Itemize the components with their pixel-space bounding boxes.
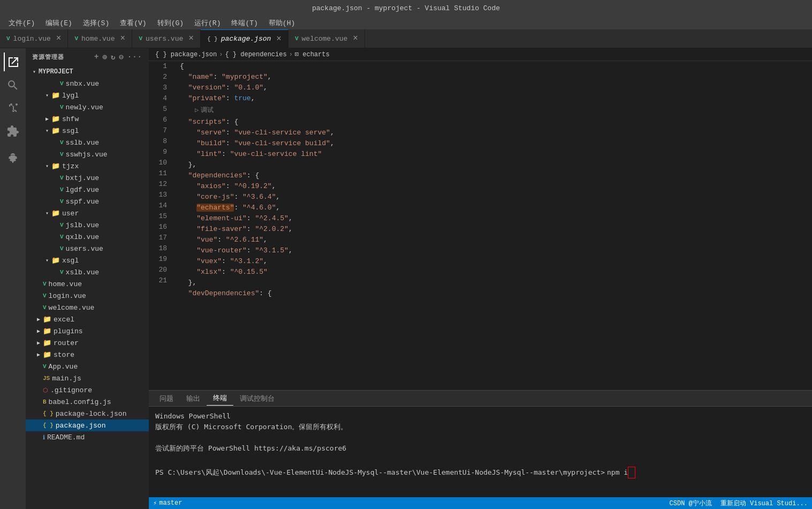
more-icon[interactable]: ···	[127, 53, 142, 62]
breadcrumb-item-2[interactable]: { } dependencies	[225, 51, 286, 58]
tree-item[interactable]: ▶📁excel	[26, 313, 149, 325]
terminal-tab-terminal[interactable]: 终端	[207, 391, 233, 406]
menu-file[interactable]: 文件(F)	[4, 17, 39, 29]
tree-item[interactable]: Vlgdf.vue	[26, 184, 149, 196]
tree-item[interactable]: ▾📁lygl	[26, 89, 149, 101]
tree-item[interactable]: VApp.vue	[26, 361, 149, 372]
menu-edit[interactable]: 编辑(E)	[41, 17, 76, 29]
terminal-tab-output[interactable]: 输出	[180, 392, 207, 406]
tab-login[interactable]: V login.vue ×	[0, 29, 68, 48]
new-file-icon[interactable]: +	[94, 53, 99, 62]
tree-item[interactable]: Vhome.vue	[26, 278, 149, 290]
breadcrumb-item-1[interactable]: { } package.json	[155, 51, 217, 58]
vue-icon: V	[6, 35, 10, 42]
tree-item[interactable]: Vqxlb.vue	[26, 231, 149, 243]
menu-run[interactable]: 运行(R)	[190, 17, 225, 29]
tab-close-icon[interactable]: ×	[56, 34, 62, 43]
terminal-path: PS C:\Users\风起\Downloads\-Vue-ElementUi-…	[155, 467, 605, 478]
code-editor[interactable]: 123456789101112131415161718192021 { "nam…	[149, 61, 812, 390]
tree-item[interactable]: Vwelcome.vue	[26, 302, 149, 313]
code-line: "scripts": {	[180, 117, 808, 128]
breadcrumb-sep2: ›	[289, 51, 293, 58]
tree-item[interactable]: ▾📁xsgl	[26, 254, 149, 266]
menu-bar: 文件(F) 编辑(E) 选择(S) 查看(V) 转到(G) 运行(R) 终端(T…	[0, 16, 812, 29]
explorer-icon[interactable]	[4, 53, 22, 71]
tree-item[interactable]: Vsslb.vue	[26, 137, 149, 148]
terminal-content[interactable]: Windows PowerShell 版权所有 (C) Microsoft Co…	[149, 407, 812, 497]
tree-item[interactable]: Vsnbx.vue	[26, 78, 149, 89]
refresh-icon[interactable]: ↻	[111, 53, 116, 62]
tab-welcome[interactable]: V welcome.vue ×	[289, 29, 365, 48]
folder-icon: 📁	[43, 315, 51, 324]
status-branch[interactable]: ⚡ master	[153, 499, 182, 507]
tree-item[interactable]: Vjslb.vue	[26, 219, 149, 231]
tree-item[interactable]: { }package.json	[26, 420, 149, 431]
tree-label: plugins	[54, 327, 83, 335]
debug-collapse[interactable]: ▷ 调试	[195, 104, 808, 117]
line-number: 13	[153, 190, 167, 200]
tab-users[interactable]: V users.vue ×	[132, 29, 200, 48]
breadcrumb-sep: ›	[219, 51, 223, 58]
breadcrumb-item-3[interactable]: ⊡ echarts	[295, 50, 330, 58]
branch-name: master	[159, 499, 182, 507]
tree-item[interactable]: ▶📁plugins	[26, 325, 149, 337]
tab-close-icon[interactable]: ×	[276, 35, 282, 43]
tree-item[interactable]: ▶📁store	[26, 349, 149, 361]
folder-icon: 📁	[51, 256, 60, 265]
search-icon[interactable]	[4, 76, 22, 94]
tab-package[interactable]: { } package.json ×	[201, 29, 289, 48]
terminal-line-4: 尝试新的跨平台 PowerShell https://aka.ms/pscore…	[155, 443, 806, 454]
status-restart[interactable]: 重新启动 Visual Studi...	[720, 499, 808, 508]
tab-close-icon[interactable]: ×	[188, 34, 194, 43]
tree-item[interactable]: ⬡.gitignore	[26, 384, 149, 396]
extensions-icon[interactable]	[4, 122, 22, 140]
tree-item[interactable]: Vnewly.vue	[26, 101, 149, 113]
tree-item[interactable]: Vxslb.vue	[26, 266, 149, 278]
tab-close-icon[interactable]: ×	[120, 34, 125, 43]
menu-help[interactable]: 帮助(H)	[264, 17, 299, 29]
code-line: "version": "0.1.0",	[180, 83, 808, 93]
vue-file-icon: V	[60, 234, 64, 240]
vue-file-icon: V	[43, 304, 47, 311]
vue-file-icon: V	[43, 363, 47, 370]
tree-item[interactable]: ▶📁shfw	[26, 113, 149, 125]
tree-item[interactable]: JSmain.js	[26, 372, 149, 384]
tree-label: qxlb.vue	[66, 233, 99, 241]
file-tree: Vsnbx.vue▾📁lyglVnewly.vue▶📁shfw▾📁ssglVss…	[26, 78, 149, 443]
terminal-line-5	[155, 454, 806, 465]
tree-label: snbx.vue	[66, 80, 99, 88]
tree-item[interactable]: { }package-lock.json	[26, 408, 149, 420]
folder-icon: 📁	[43, 350, 51, 359]
tree-item[interactable]: Bbabel.config.js	[26, 396, 149, 408]
tab-home[interactable]: V home.vue ×	[68, 29, 132, 48]
tree-label: home.vue	[49, 280, 82, 288]
terminal-tab-problems[interactable]: 问题	[153, 392, 180, 406]
menu-view[interactable]: 查看(V)	[116, 17, 150, 29]
tree-item[interactable]: ℹREADME.md	[26, 431, 149, 443]
tree-item[interactable]: Vusers.vue	[26, 243, 149, 254]
new-folder-icon[interactable]: ⊕	[102, 53, 107, 62]
tab-close-icon[interactable]: ×	[353, 34, 358, 43]
line-number: 2	[153, 72, 167, 83]
collapse-icon[interactable]: ⊖	[119, 53, 124, 62]
tree-item[interactable]: Vlogin.vue	[26, 290, 149, 302]
project-root[interactable]: ▾ MYPROJECT	[26, 66, 149, 78]
debug-icon[interactable]	[4, 149, 22, 168]
tree-item[interactable]: ▾📁user	[26, 207, 149, 219]
terminal-line-2: 版权所有 (C) Microsoft Corporation。保留所有权利。	[155, 422, 806, 432]
source-control-icon[interactable]	[4, 99, 22, 117]
vue-icon: V	[74, 35, 78, 42]
tree-item[interactable]: Vsswhjs.vue	[26, 148, 149, 160]
tree-item[interactable]: Vsspf.vue	[26, 196, 149, 207]
tree-item[interactable]: ▾📁tjzx	[26, 160, 149, 172]
tree-arrow-icon: ▶	[34, 328, 43, 334]
tree-item[interactable]: ▶📁router	[26, 337, 149, 349]
menu-goto[interactable]: 转到(G)	[153, 17, 188, 29]
line-number: 18	[153, 243, 167, 254]
menu-select[interactable]: 选择(S)	[79, 17, 113, 29]
code-line: "file-saver": "^2.0.2",	[180, 224, 808, 235]
menu-terminal[interactable]: 终端(T)	[227, 17, 262, 29]
tree-item[interactable]: ▾📁ssgl	[26, 125, 149, 137]
terminal-tab-debug[interactable]: 调试控制台	[233, 392, 281, 406]
tree-item[interactable]: Vbxtj.vue	[26, 172, 149, 184]
